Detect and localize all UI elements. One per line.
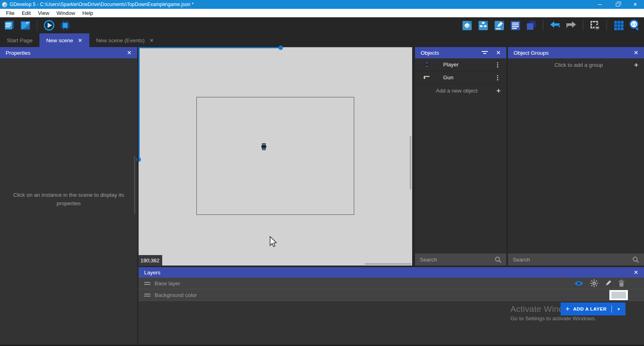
- layer-row-background[interactable]: Background color: [138, 289, 644, 301]
- gdevelop-window: GDevelop 5 - C:\Users\Sparkle\OneDrive\D…: [0, 0, 644, 346]
- undo-icon: [549, 20, 561, 31]
- open-objects-panel-button[interactable]: [461, 19, 473, 31]
- objects-panel-icon: [462, 20, 473, 31]
- title-bar: GDevelop 5 - C:\Users\Sparkle\OneDrive\D…: [0, 0, 644, 9]
- menu-file[interactable]: File: [2, 9, 18, 17]
- deselect-icon: [589, 20, 601, 31]
- add-layer-button[interactable]: + ADD A LAYER ▾: [561, 303, 625, 315]
- close-properties-icon[interactable]: ✕: [127, 50, 132, 56]
- add-group-label: Click to add a group: [514, 62, 634, 68]
- close-object-groups-icon[interactable]: ✕: [634, 50, 638, 56]
- toggle-grid-button[interactable]: [613, 19, 625, 31]
- toolbar-separator: [37, 20, 37, 31]
- close-button[interactable]: ✕: [626, 0, 644, 9]
- add-object-row[interactable]: Add a new object +: [415, 84, 506, 97]
- groups-search-input[interactable]: [513, 257, 632, 263]
- object-row-player[interactable]: Player ⋮: [415, 58, 506, 71]
- play-icon: [43, 19, 55, 32]
- close-icon: ✕: [633, 2, 637, 7]
- open-instances-list-button[interactable]: [509, 19, 521, 31]
- open-object-groups-panel-button[interactable]: [477, 19, 489, 31]
- mouse-cursor: [268, 236, 277, 249]
- object-menu-icon[interactable]: ⋮: [495, 74, 501, 81]
- add-layer-label: ADD A LAYER: [573, 307, 607, 311]
- close-layers-icon[interactable]: ✕: [634, 270, 638, 275]
- objects-panel: Objects ✕ Player ⋮ Gun ⋮: [415, 47, 506, 266]
- clear-selection-button[interactable]: [589, 19, 601, 31]
- zoom-original-button[interactable]: 1:1: [629, 19, 641, 31]
- close-tab-icon[interactable]: ✕: [78, 37, 83, 43]
- player-instance[interactable]: [261, 143, 267, 150]
- filter-icon[interactable]: [482, 50, 488, 55]
- properties-scrollbar[interactable]: [134, 157, 135, 214]
- scene-canvas[interactable]: 190;362: [138, 47, 412, 266]
- object-name: Gun: [443, 74, 454, 80]
- objects-search-input[interactable]: [420, 257, 495, 263]
- svg-text:1:1: 1:1: [632, 23, 636, 26]
- object-name: Player: [443, 62, 458, 68]
- scene-properties-button[interactable]: [19, 19, 31, 31]
- panel-divider: [137, 47, 138, 346]
- groups-search-bar: [508, 253, 644, 266]
- layer-edit-icon[interactable]: [605, 280, 612, 287]
- objects-panel-title: Objects: [421, 50, 439, 56]
- tab-label: New scene (Events): [96, 37, 145, 43]
- open-properties-panel-button[interactable]: [493, 19, 505, 31]
- menu-edit[interactable]: Edit: [18, 9, 34, 17]
- caret-down-icon[interactable]: ▾: [612, 307, 625, 312]
- layers-panel-title: Layers: [144, 270, 161, 276]
- minimize-icon: [598, 4, 602, 5]
- layer-effects-icon[interactable]: [590, 279, 598, 287]
- close-tab-icon[interactable]: ✕: [149, 37, 154, 43]
- properties-empty-message: Click on an instance in the scene to dis…: [8, 191, 129, 208]
- cursor-coordinates-badge: 190;362: [138, 255, 162, 266]
- game-window-border-top: [139, 47, 283, 48]
- canvas-vertical-scrollbar[interactable]: [410, 136, 411, 189]
- restore-button[interactable]: [609, 0, 626, 9]
- canvas-horizontal-scrollbar[interactable]: [365, 263, 411, 265]
- redo-button[interactable]: [565, 19, 577, 31]
- minimize-button[interactable]: [591, 0, 609, 9]
- layers-panel: Layers ✕ Base layer: [138, 267, 644, 346]
- object-groups-panel-title: Object Groups: [514, 50, 549, 56]
- toolbar-separator: [543, 20, 543, 31]
- gun-object-icon: [422, 75, 431, 80]
- layer-name: Base layer: [155, 280, 180, 286]
- search-icon: [632, 256, 639, 263]
- player-object-icon: [422, 62, 431, 67]
- editor-tabs: Start Page New scene ✕ New scene (Events…: [0, 33, 644, 47]
- preview-button[interactable]: [43, 19, 55, 31]
- menu-view[interactable]: View: [34, 9, 53, 17]
- tab-start-page[interactable]: Start Page: [0, 33, 39, 47]
- menu-help[interactable]: Help: [79, 9, 97, 17]
- scene-rectangle-outline: [196, 97, 354, 215]
- layer-visibility-icon[interactable]: [574, 280, 584, 286]
- tab-new-scene-events[interactable]: New scene (Events) ✕: [89, 33, 161, 47]
- project-manager-button[interactable]: [3, 19, 15, 31]
- layer-row-base[interactable]: Base layer: [138, 278, 644, 289]
- object-menu-icon[interactable]: ⋮: [495, 61, 501, 68]
- restore-icon: [616, 3, 619, 6]
- open-layers-panel-button[interactable]: [525, 19, 537, 31]
- plus-icon: +: [496, 87, 501, 95]
- add-group-row[interactable]: Click to add a group +: [508, 58, 644, 71]
- zoom-1-1-icon: 1:1: [629, 19, 641, 31]
- properties-panel-title: Properties: [6, 50, 31, 56]
- menu-window[interactable]: Window: [53, 9, 78, 17]
- add-object-label: Add a new object: [436, 88, 478, 94]
- layer-delete-icon[interactable]: [618, 280, 625, 287]
- drag-handle-icon[interactable]: [144, 294, 151, 297]
- object-row-gun[interactable]: Gun ⋮: [415, 71, 506, 84]
- close-objects-icon[interactable]: ✕: [496, 50, 501, 56]
- undo-button[interactable]: [549, 19, 561, 31]
- debug-icon: [59, 19, 71, 31]
- background-color-swatch[interactable]: [609, 290, 628, 300]
- debug-button[interactable]: [59, 19, 71, 31]
- tab-new-scene[interactable]: New scene ✕: [39, 33, 89, 47]
- layers-panel-icon: [526, 20, 537, 31]
- game-window-border-left: [138, 47, 140, 160]
- window-border-handle-top[interactable]: [279, 45, 283, 50]
- drag-handle-icon[interactable]: [144, 282, 151, 285]
- layer-name: Background color: [155, 292, 197, 298]
- tab-label: New scene: [46, 37, 73, 43]
